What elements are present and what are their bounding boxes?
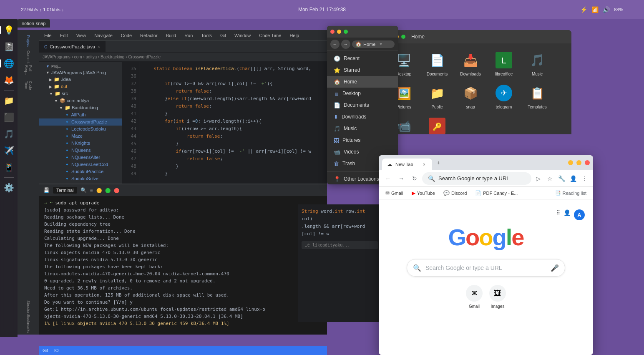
chrome-close-btn[interactable]: [585, 160, 590, 165]
tree-item-javaprograms[interactable]: ▼ JAVAPrograms [JAVA Prog: [39, 69, 122, 76]
fg-item-snap[interactable]: 📦 snap: [457, 83, 484, 109]
dock-item-files[interactable]: 📁: [1, 93, 16, 108]
sidebar-codetime-icon[interactable]: Code Time: [21, 81, 36, 96]
ntp-mic-icon[interactable]: 🎤: [551, 264, 559, 272]
terminal-maximize-icon[interactable]: ⬤: [105, 187, 111, 193]
tree-item-nknights[interactable]: 🔹 NKnights: [39, 140, 122, 147]
tree-item-comaditya[interactable]: ▼ 📦 com.aditya: [39, 97, 122, 104]
bm-pdfcandy[interactable]: 📄 PDF Candy - E...: [472, 189, 521, 198]
fg-item-documents[interactable]: 📄 Documents: [424, 50, 450, 76]
fm-item-desktop[interactable]: 🖥 Desktop: [327, 88, 398, 99]
fg-item-downloads[interactable]: 📥 Downloads: [457, 50, 484, 76]
chrome-account-avatar[interactable]: A: [574, 209, 585, 220]
fm-item-starred[interactable]: ⭐ Starred: [327, 64, 398, 76]
dock-item-telegram[interactable]: ✈️: [1, 143, 16, 158]
chrome-add-tab-btn[interactable]: +: [434, 158, 443, 167]
tree-item-project-label[interactable]: ▼ Proj...: [39, 63, 122, 69]
terminal-minimize-icon[interactable]: ⬤: [96, 187, 102, 193]
chrome-extensions-btn[interactable]: 🔧: [556, 174, 566, 184]
menu-help[interactable]: Help: [288, 32, 301, 39]
terminal-save-icon[interactable]: 💾: [43, 187, 50, 193]
fm-close-dot[interactable]: [330, 30, 335, 34]
dock-item-spotify[interactable]: 🎵: [1, 126, 16, 141]
tree-item-nqueens[interactable]: 🔹 NQueens: [39, 147, 122, 154]
dock-item-terminal[interactable]: ⬛: [1, 110, 16, 125]
tree-item-allpath[interactable]: 🔹 AllPath: [39, 111, 122, 118]
tree-item-leetcodesudoku[interactable]: 🔹 LeetcodeSudoku: [39, 126, 122, 133]
fg-item-templates[interactable]: 📋 Templates: [524, 83, 551, 109]
chrome-maximize-btn[interactable]: [576, 160, 581, 165]
notion-snap-badge[interactable]: notion-snap: [18, 19, 50, 28]
chrome-reading-list-btn[interactable]: 📑 Reading list: [552, 189, 590, 197]
dock-item-whatsapp[interactable]: 📱: [1, 160, 16, 175]
shortcut-images[interactable]: 🖼 Images: [489, 285, 506, 309]
tree-item-sudokusolve[interactable]: 🔹 SudokuSolve: [39, 175, 122, 182]
menu-file[interactable]: File: [43, 32, 53, 39]
sidebar-project-icon[interactable]: Project: [21, 33, 36, 48]
fg-item-spyreup[interactable]: 🔑 spyreup.pem: [424, 116, 450, 134]
terminal-search-icon[interactable]: 🔍: [80, 187, 87, 193]
fg-item-libreoffice[interactable]: L libreoffice: [491, 50, 517, 76]
tab-crosswordpuzzle[interactable]: C CrosswordPuzzle.java ×: [39, 41, 106, 52]
fm-maximize-dot[interactable]: [344, 30, 348, 34]
dock-item-intellij[interactable]: 💡: [1, 23, 16, 38]
dock-item-chrome[interactable]: 🌐: [1, 56, 16, 71]
tree-item-maze[interactable]: 🔹 Maze: [39, 133, 122, 140]
fm-item-recent[interactable]: 🕐 Recent: [327, 53, 398, 64]
chrome-menu-btn[interactable]: ⋮: [580, 174, 590, 184]
fg-item-public[interactable]: 📁 Public: [424, 83, 450, 109]
ntp-search-box[interactable]: 🔍 Search Google or type a URL 🎤: [407, 259, 565, 277]
fg-maximize-dot[interactable]: [401, 35, 405, 39]
sidebar-bookmarks-icon[interactable]: Bookmarks: [21, 316, 36, 331]
chrome-cast-btn[interactable]: ▷: [533, 174, 543, 184]
tree-item-nqueensleetcod[interactable]: 🔹 NQueensLeetCod: [39, 161, 122, 168]
chrome-back-btn[interactable]: ←: [382, 173, 394, 184]
sidebar-structure-icon[interactable]: Structure: [21, 300, 36, 315]
tree-item-sudokupractice[interactable]: 🔹 SudokuPractice: [39, 168, 122, 175]
fm-location-bar[interactable]: 🏠 Home ▼: [352, 40, 395, 48]
shortcut-gmail[interactable]: ✉ Gmail: [466, 285, 483, 309]
tree-item-backtracking[interactable]: ▼ 📁 Backtracking: [39, 104, 122, 111]
fm-item-music[interactable]: 🎵 Music: [327, 123, 398, 134]
terminal-tab-active[interactable]: Terminal: [53, 187, 77, 194]
dock-item-notion[interactable]: 📓: [1, 39, 16, 54]
bm-discord[interactable]: 💬 Discord: [440, 189, 470, 198]
tree-item-idea[interactable]: ▶ 📁 .idea: [39, 76, 122, 83]
dock-item-firefox[interactable]: 🦊: [1, 73, 16, 88]
terminal-menu-icon[interactable]: ≡: [90, 187, 93, 193]
tree-item-crosswordpuzzle[interactable]: 🔹 CrosswordPuzzle: [39, 118, 122, 126]
menu-git[interactable]: Git: [219, 32, 228, 39]
sidebar-commit-icon[interactable]: Commit: [21, 49, 36, 64]
menu-view[interactable]: View: [75, 32, 88, 39]
chrome-forward-btn[interactable]: →: [395, 173, 407, 184]
terminal-body[interactable]: → ~ sudo apt upgrade [sudo] password for…: [39, 196, 327, 335]
menu-code[interactable]: Code: [119, 32, 133, 39]
sidebar-pull-requests-icon[interactable]: Pull Req...: [21, 65, 36, 80]
dock-item-settings[interactable]: ⚙️: [1, 180, 16, 195]
fm-item-documents[interactable]: 📄 Documents: [327, 99, 398, 111]
terminal-close-icon[interactable]: ⬤: [114, 187, 119, 193]
fg-item-music[interactable]: 🎵 Music: [524, 50, 551, 76]
tab-close-btn[interactable]: ×: [98, 45, 100, 49]
menu-run[interactable]: Run: [183, 32, 194, 39]
menu-navigate[interactable]: Navigate: [93, 32, 114, 39]
ntp-account-icon[interactable]: 👤: [564, 209, 571, 220]
tree-item-src[interactable]: ▼ 📁 src: [39, 90, 122, 97]
ntp-apps-icon[interactable]: ⠿: [556, 209, 560, 220]
chrome-reload-btn[interactable]: ↻: [409, 173, 420, 184]
chrome-tab-close-btn[interactable]: ×: [421, 161, 427, 167]
fm-forward-button[interactable]: →: [341, 40, 350, 49]
chrome-new-tab[interactable]: ☁ New Tab ×: [382, 159, 432, 170]
menu-tools[interactable]: Tools: [199, 32, 214, 39]
fm-back-button[interactable]: ←: [330, 40, 340, 49]
menu-build[interactable]: Build: [164, 32, 178, 39]
bm-youtube[interactable]: ▶ YouTube: [408, 189, 438, 198]
menu-refactor[interactable]: Refactor: [138, 32, 159, 39]
chrome-bookmark-btn[interactable]: ☆: [545, 174, 555, 184]
fm-item-home[interactable]: 🏠 Home: [327, 76, 398, 88]
tree-item-nqueensalter[interactable]: 🔹 NQueensAlter: [39, 154, 122, 161]
fm-minimize-dot[interactable]: [337, 30, 341, 34]
chrome-profile-btn[interactable]: 👤: [568, 174, 578, 184]
menu-edit[interactable]: Edit: [58, 32, 70, 39]
fm-item-pictures[interactable]: 🖼 Pictures: [327, 134, 398, 146]
